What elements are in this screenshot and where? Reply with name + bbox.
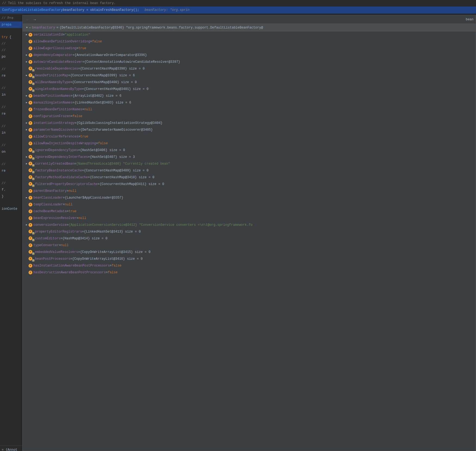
var-value: {CopyOnWriteArrayList@3415} size = 0 — [80, 249, 151, 255]
var-name: dependencyComparator — [33, 52, 73, 58]
field-icon: f — [29, 33, 32, 37]
list-item[interactable]: ftempClassLoader = null — [23, 201, 476, 208]
list-item[interactable]: f 🔒 factoryMethodCandidateCache = {Concu… — [23, 174, 476, 181]
field-icon-locked: f 🔒 — [29, 80, 34, 84]
var-name: propertyEditorRegistrars — [35, 229, 82, 235]
var-equals: = — [82, 59, 84, 65]
list-item[interactable]: fmanualSingletonNames = {LinkedHashSet@3… — [23, 99, 476, 106]
var-value: null — [69, 188, 77, 194]
var-name: ignoredDependencyInterfaces — [35, 154, 88, 160]
forward-button[interactable]: → — [32, 17, 38, 22]
var-name: typeConverter — [33, 242, 59, 248]
var-equals: = — [78, 147, 80, 153]
gutter-re1: re — [0, 73, 26, 79]
var-equals: = — [61, 236, 62, 242]
list-item[interactable]: f 🔒 singletonBeanNamesByType = {Concurre… — [23, 86, 476, 93]
var-name: filteredPropertyDescriptorsCache — [35, 181, 98, 187]
list-item[interactable]: fallowEagerClassLoading = true — [23, 45, 476, 52]
var-name: serializationId — [33, 32, 63, 38]
var-equals: = — [90, 39, 92, 45]
list-item[interactable]: finstantiationStrategy = {CglibSubclassi… — [23, 120, 476, 127]
list-item[interactable]: fautowireCandidateResolver = {ContextAnn… — [23, 59, 476, 65]
field-icon-locked: f 🔒 — [29, 250, 34, 254]
expand-icon[interactable] — [25, 155, 29, 159]
var-equals: = — [78, 66, 80, 72]
hint-text: beanFactory: "org.sprin — [145, 7, 190, 13]
code-gutter: // Pre prepa try { // // po // re // in … — [0, 15, 26, 451]
list-item[interactable]: f 🔒 factoryBeanInstanceCache = {Concurre… — [23, 167, 476, 174]
var-equals: = — [67, 188, 68, 194]
expand-icon[interactable] — [25, 223, 29, 227]
list-item[interactable]: fbeanExpressionResolver = null — [23, 215, 476, 222]
var-value: true — [69, 208, 77, 214]
list-item[interactable]: fhasInstantiationAwareBeanPostProcessors… — [23, 262, 476, 269]
list-item[interactable]: fhasDestructionAwareBeanPostProcessors =… — [23, 269, 476, 276]
gutter-in1: in — [0, 92, 26, 98]
list-item[interactable]: f 🔒 beanPostProcessors = {CopyOnWriteArr… — [23, 256, 476, 262]
gutter-blank6 — [0, 136, 26, 142]
root-expand-icon[interactable] — [25, 26, 29, 30]
field-icon: f — [29, 196, 32, 200]
expand-icon[interactable] — [25, 128, 29, 132]
expand-icon[interactable] — [25, 33, 29, 37]
var-name: allowRawInjectionDespiteWrapping — [33, 140, 96, 146]
list-item[interactable]: fbeanDefinitionNames = {ArrayList@3402} … — [23, 93, 476, 99]
field-icon-locked: f 🔒 — [29, 257, 34, 261]
list-item[interactable]: fserializationId = "application" — [23, 32, 476, 38]
list-item[interactable]: fconfigurationFrozen = false — [23, 113, 476, 120]
field-icon-locked: f 🔒 — [29, 155, 34, 159]
expand-icon[interactable] — [25, 162, 29, 166]
list-item[interactable]: f 🔒 embeddedValueResolvers = {CopyOnWrit… — [23, 249, 476, 256]
var-name: cacheBeanMetadata — [33, 208, 67, 214]
expand-icon[interactable] — [25, 60, 29, 64]
list-item[interactable]: fdependencyComparator = {AnnotationAware… — [23, 52, 476, 59]
top-highlight-line: ConfigurableListableBeanFactory beanFact… — [0, 7, 476, 14]
list-item[interactable]: f 🔒 allBeanNamesByType = {ConcurrentHash… — [23, 79, 476, 86]
var-equals: = — [70, 256, 72, 262]
expand-icon[interactable] — [25, 101, 29, 105]
list-item[interactable]: fcacheBeanMetadata = true — [23, 208, 476, 215]
list-item[interactable]: fallowRawInjectionDespiteWrapping = fals… — [23, 140, 476, 147]
var-name: customEditors — [35, 236, 61, 242]
gutter-po: po — [0, 54, 26, 60]
top-comment-line: // Tell the subclass to refresh the inte… — [0, 0, 476, 7]
list-item[interactable]: fbeanClassLoader = {Launcher$AppClassLoa… — [23, 195, 476, 201]
var-value: null — [79, 215, 86, 221]
list-item[interactable]: fallowCircularReferences = true — [23, 133, 476, 140]
list-item[interactable]: fallowBeanDefinitionOverriding = false — [23, 38, 476, 45]
bottom-left-panel: = {Annot nFactory ger = {Lo — [0, 446, 26, 451]
expand-icon[interactable] — [25, 53, 29, 57]
list-item[interactable]: f 🔒 currentlyCreatedBean = {NamedThreadL… — [23, 161, 476, 167]
list-item[interactable]: f 🔒 filteredPropertyDescriptorsCache = {… — [23, 181, 476, 188]
list-item[interactable]: fparentBeanFactory = null — [23, 188, 476, 195]
expand-icon[interactable] — [25, 94, 29, 98]
list-item[interactable]: f 🔒 resolvableDependencies = {Concurrent… — [23, 65, 476, 72]
list-item[interactable]: f 🔒 ignoredDependencyTypes = {HashSet@34… — [23, 147, 476, 154]
list-item[interactable]: f 🔒 customEditors = {HashMap@3414} size … — [23, 235, 476, 242]
back-button[interactable]: ← — [25, 17, 31, 22]
var-name: beanDefinitionNames — [33, 93, 71, 99]
list-item[interactable]: ftypeConverter = null — [23, 242, 476, 249]
list-item[interactable]: f 🔒 beanDefinitionMap = {ConcurrentHashM… — [23, 72, 476, 79]
field-icon-locked: f 🔒 — [29, 148, 34, 152]
gutter-c8: // — [0, 161, 26, 168]
var-value: {HashSet@3406} size = 0 — [80, 147, 125, 153]
list-item[interactable]: f 🔒 propertyEditorRegistrars = {LinkedHa… — [23, 228, 476, 235]
expand-icon[interactable] — [25, 121, 29, 125]
expand-icon[interactable] — [25, 196, 29, 200]
gutter-close: } — [0, 193, 26, 200]
list-item[interactable]: ffrozenBeanDefinitionNames = null — [23, 106, 476, 113]
var-value: false — [108, 270, 118, 275]
var-value: {ConcurrentHashMap@3398} size = 0 — [80, 66, 145, 72]
gutter-on: on — [0, 149, 26, 155]
gutter-try: try { — [0, 34, 26, 40]
list-item[interactable]: fparameterNameDiscoverer = {DefaultParam… — [23, 127, 476, 133]
list-item[interactable]: fconversionService = {ApplicationConvers… — [23, 222, 476, 228]
var-equals: = — [73, 52, 74, 58]
expand-icon[interactable] — [25, 73, 29, 78]
var-value: {CglibSubclassingInstantiationStrategy@3… — [76, 120, 162, 126]
gutter-c1: // — [0, 40, 26, 47]
var-name: beanClassLoader — [33, 195, 63, 201]
list-item[interactable]: f 🔒 ignoredDependencyInterfaces = {HashS… — [23, 154, 476, 161]
var-name: parentBeanFactory — [33, 188, 67, 194]
